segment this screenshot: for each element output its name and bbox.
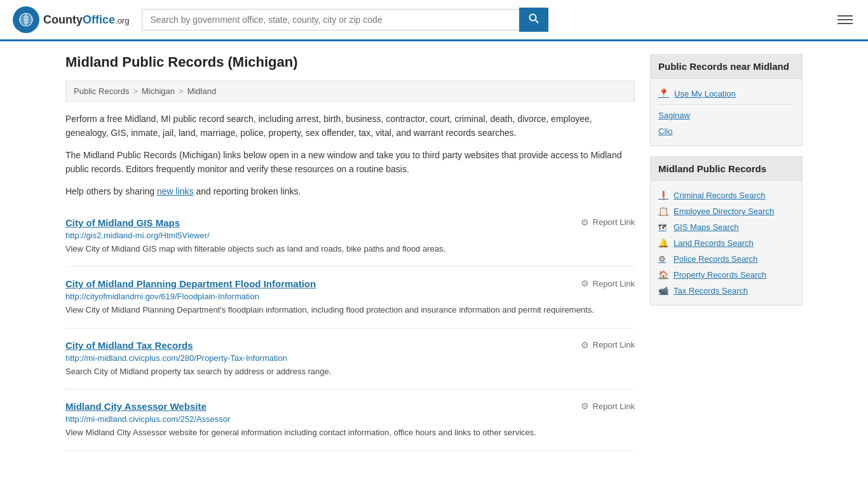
sidebar-record-link[interactable]: 📹 Tax Records Search <box>658 283 794 299</box>
sidebar-record-label: Criminal Records Search <box>674 191 766 200</box>
record-header: City of Midland GIS Maps ⚙ Report Link <box>65 217 635 228</box>
sidebar-records-list: ❗ Criminal Records Search 📋 Employee Dir… <box>658 187 794 299</box>
sidebar-record-icon: ⚙ <box>658 254 668 264</box>
records-list: City of Midland GIS Maps ⚙ Report Link h… <box>65 206 635 451</box>
record-desc: View City of Midland Planning Department… <box>65 304 635 316</box>
svg-line-6 <box>536 20 539 24</box>
sidebar-record-label: Property Records Search <box>674 270 766 280</box>
nearby-link[interactable]: Saginaw <box>658 107 794 123</box>
records-sidebar-content: ❗ Criminal Records Search 📋 Employee Dir… <box>651 181 802 305</box>
sidebar-record-link[interactable]: 🏠 Property Records Search <box>658 267 794 283</box>
report-icon: ⚙ <box>581 401 589 411</box>
record-item: Midland City Assessor Website ⚙ Report L… <box>65 390 635 451</box>
location-pin-icon: 📍 <box>658 88 669 98</box>
sidebar-record-label: Tax Records Search <box>674 286 748 295</box>
nearby-divider <box>658 104 794 105</box>
content-area: Midland Public Records (Michigan) Public… <box>65 54 635 451</box>
search-button[interactable] <box>519 8 548 32</box>
report-icon: ⚙ <box>581 217 589 227</box>
record-header: Midland City Assessor Website ⚙ Report L… <box>65 401 635 412</box>
record-desc: View City of Midland GIS map with filter… <box>65 243 635 255</box>
record-title[interactable]: City of Midland Tax Records <box>65 340 193 351</box>
use-my-location-link[interactable]: 📍 Use My Location <box>658 85 794 102</box>
nearby-section: Public Records near Midland 📍 Use My Loc… <box>650 54 803 146</box>
report-link[interactable]: ⚙ Report Link <box>581 401 635 411</box>
sidebar-record-icon: 🔔 <box>658 238 668 248</box>
sidebar-record-link[interactable]: ⚙ Police Records Search <box>658 251 794 267</box>
record-title[interactable]: City of Midland GIS Maps <box>65 217 180 228</box>
description-2: The Midland Public Records (Michigan) li… <box>65 148 635 177</box>
nearby-links: SaginawClio <box>658 107 794 139</box>
breadcrumb-sep-1: > <box>133 86 138 96</box>
records-sidebar-title: Midland Public Records <box>651 157 802 181</box>
sidebar-record-icon: 🏠 <box>658 270 668 280</box>
site-header: CountyOffice.org <box>0 0 868 41</box>
record-header: City of Midland Tax Records ⚙ Report Lin… <box>65 340 635 351</box>
sidebar-record-icon: 🗺 <box>658 222 668 232</box>
sidebar-record-link[interactable]: ❗ Criminal Records Search <box>658 187 794 203</box>
report-link[interactable]: ⚙ Report Link <box>581 340 635 350</box>
sidebar-record-label: Employee Directory Search <box>674 207 774 216</box>
sidebar-record-icon: ❗ <box>658 191 668 200</box>
search-input[interactable] <box>142 9 519 30</box>
menu-button[interactable] <box>835 13 855 27</box>
sidebar-record-icon: 📹 <box>658 286 668 295</box>
logo-area: CountyOffice.org <box>13 6 129 33</box>
record-desc: View Midland City Assessor website for g… <box>65 426 635 439</box>
use-my-location-label: Use My Location <box>674 89 736 98</box>
logo-icon <box>13 6 39 33</box>
sidebar-record-link[interactable]: 🔔 Land Records Search <box>658 235 794 251</box>
main-container: Midland Public Records (Michigan) Public… <box>53 41 815 464</box>
record-url[interactable]: http://cityofmidlandmi.gov/619/Floodplai… <box>65 292 635 301</box>
nearby-content: 📍 Use My Location SaginawClio <box>651 79 802 146</box>
record-title[interactable]: Midland City Assessor Website <box>65 401 207 412</box>
record-title[interactable]: City of Midland Planning Department Floo… <box>65 278 316 289</box>
records-section: Midland Public Records ❗ Criminal Record… <box>650 156 803 306</box>
sidebar-record-label: Land Records Search <box>674 238 754 248</box>
breadcrumb-sep-2: > <box>179 86 184 96</box>
report-icon: ⚙ <box>581 278 589 288</box>
nearby-link[interactable]: Clio <box>658 123 794 139</box>
svg-point-5 <box>530 15 536 21</box>
page-title: Midland Public Records (Michigan) <box>65 54 635 71</box>
sidebar-record-icon: 📋 <box>658 207 668 216</box>
logo-text: CountyOffice.org <box>43 13 129 27</box>
report-link[interactable]: ⚙ Report Link <box>581 217 635 227</box>
record-desc: Search City of Midland property tax sear… <box>65 365 635 378</box>
sidebar: Public Records near Midland 📍 Use My Loc… <box>650 54 803 451</box>
record-item: City of Midland Tax Records ⚙ Report Lin… <box>65 329 635 390</box>
desc3-pre: Help others by sharing <box>65 186 157 196</box>
breadcrumb-midland: Midland <box>187 86 217 96</box>
record-url[interactable]: http://gis2.midland-mi.org/Html5Viewer/ <box>65 231 635 240</box>
sidebar-record-link[interactable]: 🗺 GIS Maps Search <box>658 219 794 235</box>
sidebar-record-label: Police Records Search <box>674 254 757 264</box>
record-url[interactable]: http://mi-midland.civicplus.com/252/Asse… <box>65 414 635 424</box>
record-item: City of Midland GIS Maps ⚙ Report Link h… <box>65 206 635 268</box>
new-links-link[interactable]: new links <box>157 186 194 196</box>
nearby-title: Public Records near Midland <box>651 55 802 79</box>
breadcrumb-public-records[interactable]: Public Records <box>74 86 129 96</box>
breadcrumb: Public Records > Michigan > Midland <box>65 81 635 102</box>
search-area <box>142 8 548 32</box>
desc3-post: and reporting broken links. <box>194 186 301 196</box>
report-link[interactable]: ⚙ Report Link <box>581 278 635 288</box>
description-3: Help others by sharing new links and rep… <box>65 184 635 198</box>
breadcrumb-michigan[interactable]: Michigan <box>142 86 175 96</box>
sidebar-record-link[interactable]: 📋 Employee Directory Search <box>658 203 794 219</box>
description-1: Perform a free Midland, MI public record… <box>65 112 635 140</box>
record-header: City of Midland Planning Department Floo… <box>65 278 635 289</box>
sidebar-record-label: GIS Maps Search <box>674 222 739 232</box>
record-item: City of Midland Planning Department Floo… <box>65 267 635 329</box>
report-icon: ⚙ <box>581 340 589 350</box>
record-url[interactable]: http://mi-midland.civicplus.com/280/Prop… <box>65 353 635 363</box>
